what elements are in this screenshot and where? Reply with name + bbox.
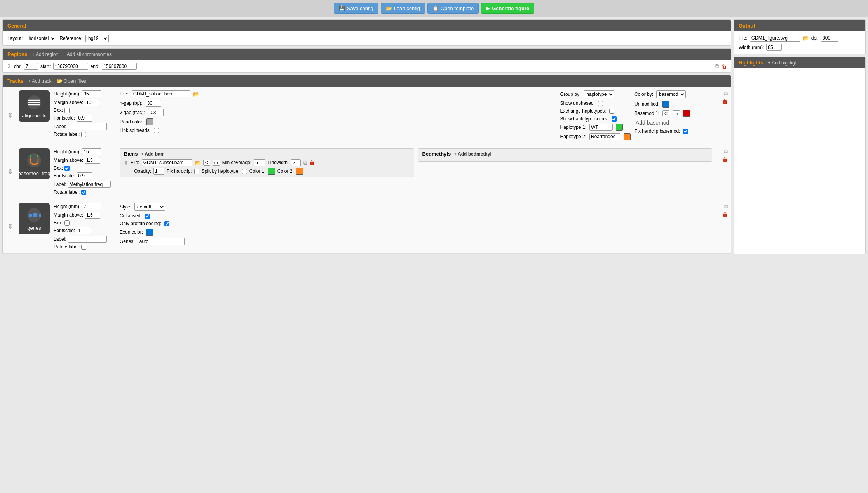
bam-color1-box[interactable] (268, 168, 275, 175)
add-all-chromosomes-button[interactable]: + Add all chromosomes (63, 52, 112, 57)
basemod1-c-badge[interactable]: C (662, 110, 669, 116)
bam-color2-box[interactable] (296, 168, 303, 175)
split-haplotype-checkbox[interactable] (242, 169, 247, 174)
add-highlight-button[interactable]: + Add highlight (768, 60, 799, 66)
track-drag-handle-genes[interactable]: ⇕ (6, 203, 15, 250)
save-config-button[interactable]: 💾 Save config (334, 3, 378, 14)
track-drag-handle-basemod[interactable]: ⇕ (6, 148, 15, 195)
copy-track-basemod-button[interactable]: ⧉ (724, 148, 728, 155)
rotate-checkbox-alignments[interactable] (81, 132, 86, 137)
file-input-alignments[interactable] (132, 90, 190, 97)
track-drag-handle-alignments[interactable]: ⇕ (6, 90, 15, 140)
showhapcolors-checkbox[interactable] (612, 116, 617, 122)
main-layout: General Layout: horizontal vertical Refe… (0, 17, 868, 257)
exoncolor-box[interactable] (146, 229, 153, 236)
margin-label-genes: Margin above: (54, 212, 116, 219)
start-input[interactable] (53, 63, 88, 70)
chr-input[interactable] (24, 63, 38, 70)
bams-title: Bams (124, 151, 138, 157)
margin-input-alignments[interactable] (85, 99, 100, 106)
height-input-genes[interactable] (82, 203, 101, 210)
fontscale-label-alignments: Fontscale: (54, 115, 116, 122)
bams-subsection: Bams + Add bam ⇕ File: 📂 C m Min coverag… (120, 148, 414, 177)
link-splitreads-checkbox[interactable] (154, 128, 159, 133)
height-input-alignments[interactable] (82, 90, 101, 97)
fontscale-input-alignments[interactable] (77, 115, 92, 122)
dpi-input-output[interactable] (821, 35, 838, 42)
file-input-output[interactable] (750, 35, 800, 42)
tracks-title: Tracks (7, 78, 23, 84)
hap2-input[interactable] (589, 133, 620, 140)
delete-track-basemod-button[interactable]: 🗑 (722, 156, 728, 163)
margin-input-genes[interactable] (85, 212, 100, 219)
readcolor-box[interactable] (146, 118, 153, 125)
genesval-input-genes[interactable] (138, 238, 185, 245)
label-input-basemod[interactable] (68, 181, 111, 188)
delete-region-button[interactable]: 🗑 (722, 63, 727, 69)
unmodified-color-box[interactable] (662, 101, 669, 108)
box-checkbox-genes[interactable] (64, 220, 70, 226)
load-config-button[interactable]: 📂 Load config (381, 3, 425, 14)
rotate-checkbox-genes[interactable] (81, 245, 86, 250)
end-input[interactable] (102, 63, 137, 70)
hap2-color-box[interactable] (624, 133, 631, 140)
region-row: ⇕ chr: start: end: ⧉ 🗑 (3, 60, 731, 72)
open-template-button[interactable]: 📋 Open template (427, 3, 479, 14)
layout-select[interactable]: horizontal vertical (26, 35, 56, 42)
file-icon-output[interactable]: 📂 (803, 35, 809, 41)
vgap-input[interactable] (148, 109, 164, 116)
fixhardclip-basemod-checkbox[interactable] (683, 129, 688, 134)
add-bedmethyl-button[interactable]: + Add bedmethyl (454, 151, 492, 157)
protein-checkbox-genes[interactable] (164, 221, 169, 226)
label-input-genes[interactable] (68, 236, 107, 243)
bam-m-badge[interactable]: m (213, 160, 220, 166)
bam-file-input[interactable] (142, 159, 192, 166)
copy-track-alignments-button[interactable]: ⧉ (724, 90, 728, 97)
fontscale-input-basemod[interactable] (77, 172, 92, 179)
delete-bam-button[interactable]: 🗑 (309, 160, 315, 166)
height-input-basemod[interactable] (82, 148, 101, 155)
add-track-button[interactable]: + Add track (28, 78, 51, 84)
drag-handle-icon[interactable]: ⇕ (7, 62, 12, 70)
showunphased-checkbox[interactable] (598, 101, 603, 106)
collapsed-checkbox-genes[interactable] (145, 214, 150, 219)
colorby-select[interactable]: basemod strand none (656, 90, 686, 98)
add-basemod-button[interactable]: Add basemod (634, 119, 670, 126)
opacity-input[interactable] (153, 168, 164, 175)
basemod1-color-box[interactable] (683, 110, 690, 117)
add-bam-button[interactable]: + Add bam (141, 151, 164, 157)
hap1-color-box[interactable] (616, 124, 623, 131)
hgap-input[interactable] (146, 100, 161, 107)
delete-track-alignments-button[interactable]: 🗑 (722, 99, 728, 105)
copy-track-genes-button[interactable]: ⧉ (724, 203, 728, 210)
box-checkbox-basemod[interactable] (64, 166, 70, 171)
copy-bam-button[interactable]: ⧉ (303, 160, 307, 166)
colorby-row: Color by: basemod strand none (634, 90, 712, 98)
mincoverage-input[interactable] (254, 159, 265, 166)
add-region-button[interactable]: + Add region (32, 52, 58, 57)
linewidth-input[interactable] (291, 159, 301, 166)
margin-label-alignments: Margin above: (54, 99, 116, 106)
open-files-button[interactable]: 📂 Open files (56, 78, 87, 84)
fix-hardclip-checkbox[interactable] (194, 169, 199, 174)
bam-file-open-icon[interactable]: 📂 (195, 160, 201, 166)
exchangehap-checkbox[interactable] (609, 109, 614, 114)
bedmethyls-subsection: Bedmethyls + Add bedmethyl (418, 148, 713, 162)
label-input-alignments[interactable] (68, 123, 107, 130)
copy-region-button[interactable]: ⧉ (715, 63, 719, 69)
fontscale-input-genes[interactable] (77, 227, 92, 234)
rotate-checkbox-basemod[interactable] (81, 190, 86, 195)
file-open-icon-alignments[interactable]: 📂 (193, 91, 199, 97)
reference-select[interactable]: hg19 hg38 mm10 (85, 35, 109, 42)
style-select-genes[interactable]: default compact expanded (134, 203, 165, 211)
bam-drag-handle[interactable]: ⇕ (124, 160, 128, 166)
generate-figure-button[interactable]: ▶ Generate figure (481, 3, 534, 14)
delete-track-genes-button[interactable]: 🗑 (722, 211, 728, 217)
bam-c-badge[interactable]: C (203, 160, 210, 166)
basemod1-m-badge[interactable]: m (673, 110, 680, 116)
margin-input-basemod[interactable] (85, 157, 100, 164)
width-input-output[interactable] (766, 44, 782, 51)
box-checkbox-alignments[interactable] (64, 108, 70, 113)
groupby-select[interactable]: haplotype strand none (584, 90, 614, 98)
hap1-input[interactable] (589, 124, 613, 131)
